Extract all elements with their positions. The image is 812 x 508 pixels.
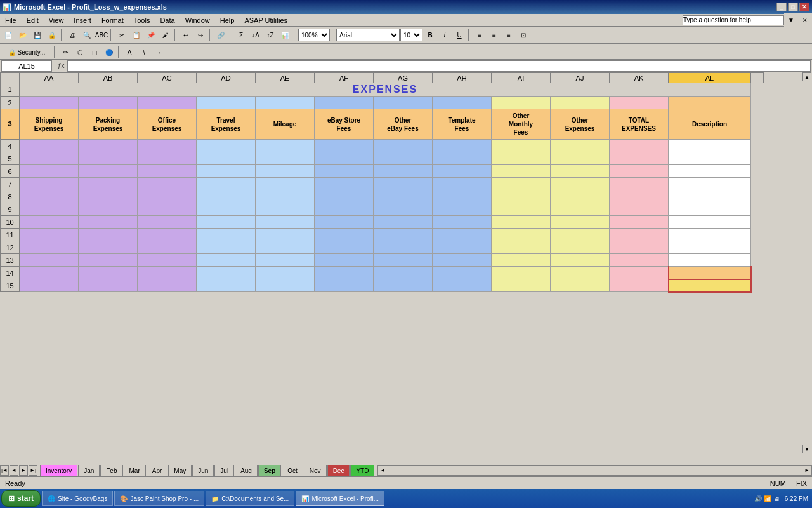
- cell-ag12[interactable]: [374, 241, 433, 254]
- cell-aj5[interactable]: [551, 152, 610, 165]
- cell-aa5[interactable]: [20, 152, 79, 165]
- cell-ab7[interactable]: [79, 178, 138, 190]
- cell-ak10[interactable]: [610, 216, 669, 229]
- window-controls[interactable]: _ □ ✕: [776, 3, 809, 11]
- cell-ae7[interactable]: [256, 178, 315, 190]
- cell-ak12[interactable]: [610, 241, 669, 254]
- cell-al9[interactable]: [669, 203, 751, 216]
- cell-ad5[interactable]: [197, 152, 256, 165]
- cell-aj8[interactable]: [551, 190, 610, 203]
- cell-ah15[interactable]: [433, 279, 492, 292]
- cell-aj2[interactable]: [551, 97, 610, 109]
- cell-aa15[interactable]: [20, 279, 79, 292]
- tab-first[interactable]: |◄: [0, 465, 9, 476]
- preview-button[interactable]: 🔍: [80, 28, 94, 42]
- row-header-2[interactable]: 2: [1, 97, 20, 109]
- draw-btn1[interactable]: ✏: [58, 45, 72, 59]
- row-header-8[interactable]: 8: [1, 190, 20, 203]
- row-header-1[interactable]: 1: [1, 83, 20, 97]
- col-header-ac[interactable]: AC: [138, 73, 197, 83]
- taskbar-item-excel[interactable]: 📊 Microsoft Excel - Profi...: [296, 491, 384, 506]
- row-header-12[interactable]: 12: [1, 241, 20, 254]
- menu-window[interactable]: Window: [180, 15, 215, 25]
- col-header-ak[interactable]: AK: [610, 73, 669, 83]
- cell-ah12[interactable]: [433, 241, 492, 254]
- cell-aa12[interactable]: [20, 241, 79, 254]
- menu-format[interactable]: Format: [96, 15, 129, 25]
- cell-ai15[interactable]: [492, 279, 551, 292]
- row-header-3[interactable]: 3: [1, 109, 20, 140]
- cell-ab2[interactable]: [79, 97, 138, 109]
- cell-ai8[interactable]: [492, 190, 551, 203]
- col-header-ae[interactable]: AE: [256, 73, 315, 83]
- cell-al11[interactable]: [669, 229, 751, 241]
- cell-ah13[interactable]: [433, 254, 492, 267]
- taskbar-item-docs[interactable]: 📁 C:\Documents and Se...: [206, 491, 294, 506]
- cell-af4[interactable]: [315, 140, 374, 152]
- new-button[interactable]: 📄: [1, 28, 15, 42]
- scroll-down-button[interactable]: ▼: [802, 444, 811, 453]
- cell-ab12[interactable]: [79, 241, 138, 254]
- permission-button[interactable]: 🔒: [45, 28, 59, 42]
- cell-ah4[interactable]: [433, 140, 492, 152]
- cell-ak8[interactable]: [610, 190, 669, 203]
- cell-ah2[interactable]: [433, 97, 492, 109]
- cell-ab14[interactable]: [79, 267, 138, 279]
- cell-ak15[interactable]: [610, 279, 669, 292]
- scroll-up-button[interactable]: ▲: [802, 72, 811, 81]
- cell-aj12[interactable]: [551, 241, 610, 254]
- cell-al13[interactable]: [669, 254, 751, 267]
- arrow-btn[interactable]: →: [152, 45, 166, 59]
- menu-edit[interactable]: Edit: [22, 15, 44, 25]
- cell-af12[interactable]: [315, 241, 374, 254]
- row-header-9[interactable]: 9: [1, 203, 20, 216]
- cell-ae2[interactable]: [256, 97, 315, 109]
- row-header-14[interactable]: 14: [1, 267, 20, 279]
- cell-ai4[interactable]: [492, 140, 551, 152]
- cell-ah5[interactable]: [433, 152, 492, 165]
- minimize-button[interactable]: _: [776, 3, 787, 11]
- cell-ac9[interactable]: [138, 203, 197, 216]
- cell-ag7[interactable]: [374, 178, 433, 190]
- sort-asc[interactable]: ↓A: [249, 28, 263, 42]
- cell-al10[interactable]: [669, 216, 751, 229]
- cell-ab6[interactable]: [79, 165, 138, 178]
- cell-ag6[interactable]: [374, 165, 433, 178]
- undo-button[interactable]: ↩: [179, 28, 193, 42]
- start-button[interactable]: ⊞ start: [1, 490, 41, 507]
- cell-ag13[interactable]: [374, 254, 433, 267]
- draw-btn2[interactable]: ⬡: [73, 45, 87, 59]
- cell-ag15[interactable]: [374, 279, 433, 292]
- taskbar-item-goody[interactable]: 🌐 Site - GoodyBags: [42, 491, 113, 506]
- cell-ah14[interactable]: [433, 267, 492, 279]
- menu-asap[interactable]: ASAP Utilities: [239, 15, 292, 25]
- cell-ac6[interactable]: [138, 165, 197, 178]
- row-header-7[interactable]: 7: [1, 178, 20, 190]
- cell-ad10[interactable]: [197, 216, 256, 229]
- cell-af8[interactable]: [315, 190, 374, 203]
- col-header-ag[interactable]: AG: [374, 73, 433, 83]
- spell-button[interactable]: ABC: [95, 28, 108, 42]
- align-center[interactable]: ≡: [487, 28, 501, 42]
- font-select[interactable]: Arial: [336, 29, 400, 41]
- menu-insert[interactable]: Insert: [69, 15, 96, 25]
- cell-ad15[interactable]: [197, 279, 256, 292]
- row-header-4[interactable]: 4: [1, 140, 20, 152]
- cell-ai9[interactable]: [492, 203, 551, 216]
- draw-btn4[interactable]: 🔵: [102, 45, 116, 59]
- format-painter[interactable]: 🖌: [159, 28, 173, 42]
- tab-sep[interactable]: Sep: [258, 465, 281, 476]
- tab-inventory[interactable]: Inventory: [40, 465, 77, 476]
- cell-aj11[interactable]: [551, 229, 610, 241]
- cell-af11[interactable]: [315, 229, 374, 241]
- col-header-ab[interactable]: AB: [79, 73, 138, 83]
- menu-help[interactable]: Help: [215, 15, 240, 25]
- cell-af14[interactable]: [315, 267, 374, 279]
- cell-ak11[interactable]: [610, 229, 669, 241]
- copy-button[interactable]: 📋: [129, 28, 143, 42]
- cell-aj15[interactable]: [551, 279, 610, 292]
- save-button[interactable]: 💾: [30, 28, 44, 42]
- cell-ad13[interactable]: [197, 254, 256, 267]
- paste-button[interactable]: 📌: [144, 28, 158, 42]
- align-right[interactable]: ≡: [502, 28, 516, 42]
